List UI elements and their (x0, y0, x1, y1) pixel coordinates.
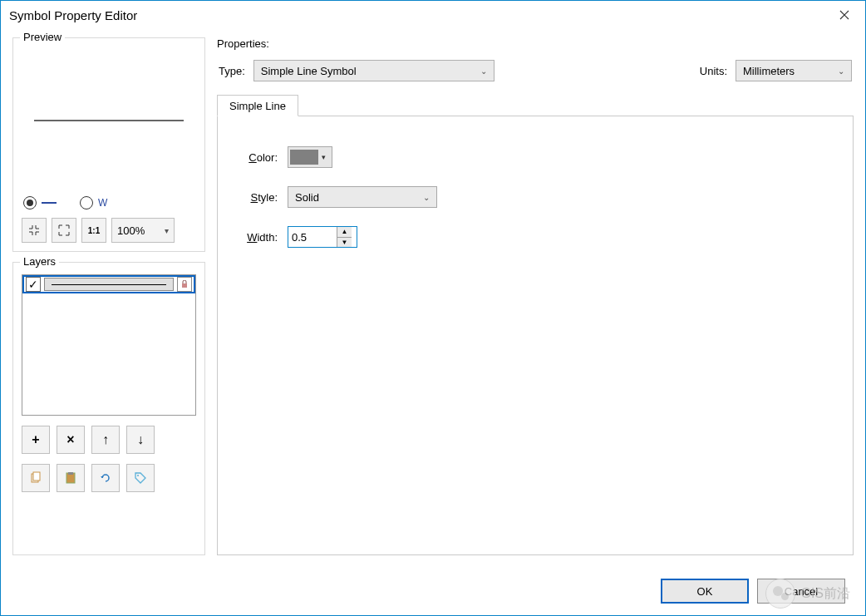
tab-panel: Color: ▾ Style: Solid ⌄ Width: (217, 116, 854, 555)
layers-label: Layers (20, 255, 59, 268)
tag-icon (134, 471, 147, 485)
x-icon: × (66, 432, 74, 447)
move-layer-down-button[interactable]: ↓ (126, 426, 155, 454)
preview-mode-radios: W (22, 191, 196, 218)
paste-layer-button[interactable] (57, 464, 85, 492)
preview-mode-zigzag[interactable]: W (80, 196, 106, 209)
arrow-down-icon: ↓ (137, 432, 144, 447)
tab-simple-line[interactable]: Simple Line (217, 95, 298, 116)
tab-label: Simple Line (229, 100, 286, 112)
spin-up-button[interactable]: ▲ (337, 227, 352, 238)
layer-lock-button[interactable] (177, 277, 192, 292)
width-input[interactable] (288, 227, 337, 247)
type-combo[interactable]: Simple Line Symbol ⌄ (253, 60, 495, 81)
line-mode-icon (42, 202, 57, 204)
zoom-actual-button[interactable]: 1:1 (81, 218, 106, 243)
preview-line-sample (34, 120, 184, 121)
properties-top-row: Type: Simple Line Symbol ⌄ Units: Millim… (217, 57, 854, 91)
dialog-content: Preview W (1, 29, 865, 567)
preview-canvas (22, 50, 196, 191)
tab-strip: Simple Line (217, 91, 854, 116)
style-row: Style: Solid ⌄ (236, 186, 844, 208)
tag-layer-button[interactable] (126, 464, 155, 492)
zoom-fit-button[interactable] (22, 218, 47, 243)
width-label: Width: (236, 231, 278, 244)
layer-swatch (44, 278, 174, 291)
properties-label: Properties: (217, 37, 854, 57)
chevron-down-icon: ⌄ (480, 67, 487, 76)
add-layer-button[interactable]: + (22, 426, 50, 454)
window-title: Symbol Property Editor (9, 8, 137, 22)
style-combo[interactable]: Solid ⌄ (288, 186, 437, 208)
layer-buttons-row1: + × ↑ ↓ (22, 426, 196, 454)
zigzag-mode-icon: W (98, 197, 106, 209)
layers-group: Layers ✓ + × ↑ ↓ (12, 262, 205, 555)
spin-buttons: ▲ ▼ (337, 227, 352, 247)
width-spinner[interactable]: ▲ ▼ (288, 226, 357, 248)
right-column: Properties: Type: Simple Line Symbol ⌄ U… (217, 37, 854, 555)
cancel-button[interactable]: Cancel (757, 579, 845, 604)
color-label: Color: (236, 151, 278, 164)
zoom-full-button[interactable] (52, 218, 76, 243)
color-row: Color: ▾ (236, 146, 844, 168)
layer-row[interactable]: ✓ (22, 275, 195, 293)
paste-icon (64, 471, 77, 485)
preview-zoom-toolbar: 1:1 100% ▾ (22, 218, 196, 243)
radio-zigzag-icon (80, 196, 93, 209)
one-to-one-icon: 1:1 (88, 226, 100, 235)
units-combo[interactable]: Millimeters ⌄ (736, 60, 852, 81)
width-row: Width: ▲ ▼ (236, 226, 844, 248)
plus-icon: + (32, 432, 39, 447)
units-label: Units: (700, 65, 727, 77)
dialog-footer: OK Cancel GIS前沿 (1, 567, 865, 615)
style-label: Style: (236, 191, 278, 204)
svg-rect-4 (68, 472, 73, 475)
title-bar: Symbol Property Editor (1, 1, 865, 29)
svg-point-5 (137, 475, 139, 476)
color-picker[interactable]: ▾ (288, 146, 332, 168)
style-value: Solid (295, 191, 319, 204)
cancel-label: Cancel (785, 585, 818, 598)
expand-icon (58, 224, 70, 236)
svg-rect-2 (33, 472, 40, 480)
zoom-level-select[interactable]: 100% ▾ (111, 218, 175, 243)
svg-rect-0 (182, 283, 187, 288)
preview-group: Preview W (12, 37, 205, 252)
copy-layer-button[interactable] (22, 464, 50, 492)
preview-label: Preview (20, 31, 65, 43)
close-icon (839, 10, 849, 20)
zoom-value: 100% (117, 224, 145, 237)
left-column: Preview W (12, 37, 205, 555)
reset-layer-button[interactable] (91, 464, 120, 492)
chevron-down-icon: ▾ (165, 226, 169, 235)
type-label: Type: (219, 65, 245, 77)
layer-visibility-checkbox[interactable]: ✓ (26, 277, 41, 292)
reset-icon (99, 471, 112, 485)
layer-swatch-line (52, 284, 167, 285)
chevron-down-icon: ⌄ (423, 193, 430, 202)
chevron-down-icon: ▾ (318, 153, 328, 161)
spin-down-button[interactable]: ▼ (337, 238, 352, 248)
type-value: Simple Line Symbol (261, 65, 357, 77)
ok-button[interactable]: OK (661, 579, 749, 604)
lock-icon (180, 280, 189, 288)
remove-layer-button[interactable]: × (57, 426, 85, 454)
collapse-icon (28, 224, 40, 236)
chevron-down-icon: ⌄ (838, 67, 844, 76)
layers-list[interactable]: ✓ (22, 274, 196, 416)
preview-mode-line[interactable] (23, 196, 57, 209)
dialog-window: Symbol Property Editor Preview W (0, 0, 866, 616)
close-button[interactable] (825, 2, 864, 28)
units-value: Millimeters (743, 65, 795, 77)
ok-label: OK (697, 585, 713, 598)
radio-line-icon (23, 196, 37, 209)
copy-icon (29, 471, 42, 485)
move-layer-up-button[interactable]: ↑ (91, 426, 120, 454)
color-swatch (290, 150, 318, 165)
layer-buttons-row2 (22, 464, 196, 492)
arrow-up-icon: ↑ (102, 432, 109, 447)
